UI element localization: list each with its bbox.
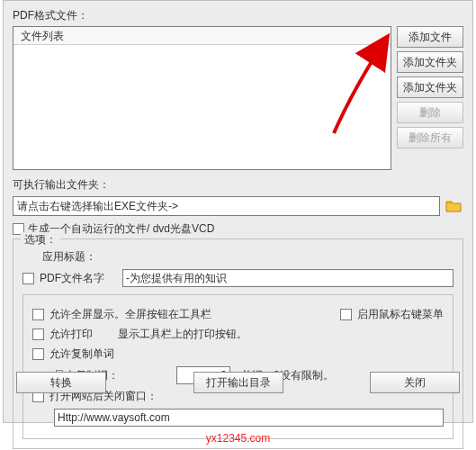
copy-label: 允许复制单词 xyxy=(49,346,114,362)
add-folder-button-1[interactable]: 添加文件夹 xyxy=(397,51,463,73)
browse-folder-icon[interactable] xyxy=(444,197,463,215)
rightmenu-label: 启用鼠标右键菜单 xyxy=(357,307,444,322)
pdfname-input[interactable] xyxy=(122,269,454,287)
fullscreen-checkbox[interactable] xyxy=(32,309,44,320)
output-row xyxy=(13,196,463,216)
fullscreen-label: 允许全屏显示。全屏按钮在工具栏 xyxy=(49,307,335,322)
file-area: 文件列表 添加文件 添加文件夹 添加文件夹 删除 删除所有 xyxy=(13,26,463,170)
app-title-label: 应用标题： xyxy=(42,249,96,265)
output-folder-label: 可执行输出文件夹： xyxy=(13,177,463,193)
bottom-bar: 转换 打开输出目录 关闭 xyxy=(16,372,460,393)
file-list-header: 文件列表 xyxy=(13,27,391,45)
rightmenu-checkbox[interactable] xyxy=(340,309,352,320)
copy-checkbox[interactable] xyxy=(32,348,44,360)
output-folder-input[interactable] xyxy=(13,196,440,216)
url-input[interactable] xyxy=(54,409,444,427)
convert-button[interactable]: 转换 xyxy=(16,372,106,393)
delete-button[interactable]: 删除 xyxy=(397,102,463,123)
main-panel: PDF格式文件： 文件列表 添加文件 添加文件夹 添加文件夹 删除 删除所有 可… xyxy=(3,0,473,423)
print-row: 允许打印 显示工具栏上的打印按钮。 xyxy=(32,327,444,342)
add-folder-button-2[interactable]: 添加文件夹 xyxy=(397,76,463,98)
print-checkbox[interactable] xyxy=(32,328,44,340)
pdfname-checkbox[interactable] xyxy=(22,273,34,284)
pdfname-row: PDF文件名字 xyxy=(22,269,454,287)
watermark-text: yx12345.com xyxy=(0,432,476,445)
file-list[interactable]: 文件列表 xyxy=(13,26,391,170)
options-group: 选项： 应用标题： PDF文件名字 允许全屏显示。全屏按钮在工具栏 启用鼠标右键… xyxy=(13,238,463,449)
options-group-title: 选项： xyxy=(21,232,60,248)
url-input-row xyxy=(32,409,444,427)
open-output-dir-button[interactable]: 打开输出目录 xyxy=(193,372,283,393)
close-button[interactable]: 关闭 xyxy=(370,372,460,393)
pdf-format-label: PDF格式文件： xyxy=(13,8,463,23)
pdfname-label: PDF文件名字 xyxy=(40,271,117,286)
print-note: 显示工具栏上的打印按钮。 xyxy=(118,327,247,342)
fullscreen-row: 允许全屏显示。全屏按钮在工具栏 启用鼠标右键菜单 xyxy=(32,307,444,322)
delete-all-button[interactable]: 删除所有 xyxy=(397,127,463,148)
add-file-button[interactable]: 添加文件 xyxy=(397,26,463,48)
side-buttons: 添加文件 添加文件夹 添加文件夹 删除 删除所有 xyxy=(397,26,463,148)
autorun-row: 生成一个自动运行的文件/ dvd光盘VCD xyxy=(13,221,463,237)
app-title-row: 应用标题： xyxy=(22,249,454,265)
copy-row: 允许复制单词 xyxy=(32,346,444,362)
print-label: 允许打印 xyxy=(49,327,112,342)
inner-options: 允许全屏显示。全屏按钮在工具栏 启用鼠标右键菜单 允许打印 显示工具栏上的打印按… xyxy=(22,294,454,439)
